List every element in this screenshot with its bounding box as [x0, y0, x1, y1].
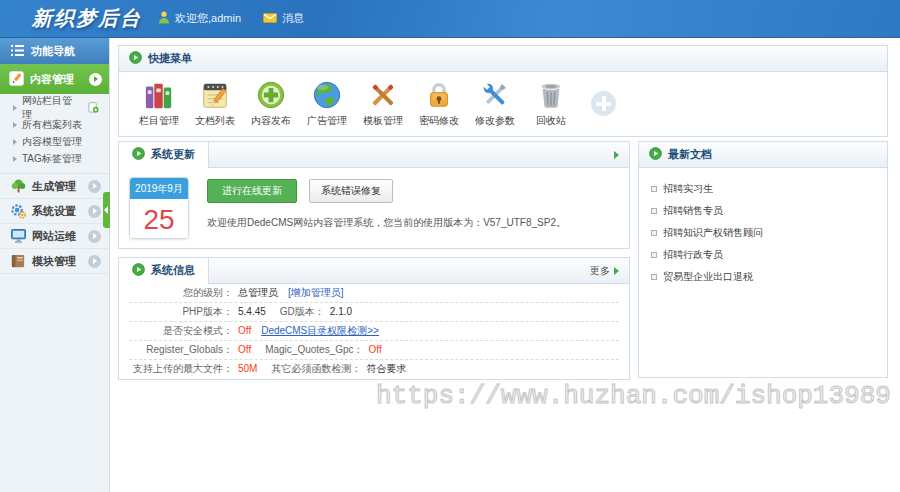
sidebar-item-modules[interactable]: 模块管理 [0, 249, 109, 274]
system-update-panel: 系统更新 2019年9月 25 进行在线更新 系统错误修复 欢迎使用Ded [118, 141, 630, 249]
chevron-right-icon [88, 180, 101, 193]
sidebar-active-label: 内容管理 [30, 72, 74, 87]
permission-check-link[interactable]: DedeCMS目录权限检测>> [261, 322, 379, 340]
quick-item-publish-content[interactable]: 内容发布 [243, 79, 299, 128]
quick-item-edit-parameters[interactable]: 修改参数 [467, 79, 523, 128]
quick-menu-panel: 快捷菜单 栏目管理 文档列表 内容发布 广告管理 模板管理 [118, 45, 888, 137]
plus-circle-icon [256, 79, 286, 110]
sidebar-nav-header: 功能导航 [0, 38, 109, 64]
sidebar-item-content-management[interactable]: 内容管理 [0, 64, 109, 94]
square-bullet-icon [651, 252, 657, 258]
chevron-right-icon [614, 151, 619, 159]
quick-item-change-password[interactable]: 密码修改 [411, 79, 467, 128]
doc-list-item[interactable]: 招聘知识产权销售顾问 [651, 222, 887, 244]
messages-link[interactable]: 消息 [263, 11, 304, 26]
triangle-right-icon [13, 139, 17, 145]
triangle-right-icon [13, 105, 17, 111]
calendar-day: 25 [130, 199, 188, 239]
sidebar-subitem-tag-management[interactable]: TAG标签管理 [0, 150, 109, 167]
quick-menu-header: 快捷菜单 [119, 46, 887, 72]
doc-list-item[interactable]: 招聘实习生 [651, 178, 887, 200]
lock-icon [424, 79, 454, 110]
template-icon [368, 79, 398, 110]
tab-system-update[interactable]: 系统更新 [119, 142, 209, 168]
quick-item-template-management[interactable]: 模板管理 [355, 79, 411, 128]
topbar: 新织梦后台 欢迎您,admin 消息 [0, 0, 900, 38]
tools-icon [480, 79, 510, 110]
quick-menu-title: 快捷菜单 [148, 51, 192, 66]
calendar-widget: 2019年9月 25 [129, 177, 189, 239]
app-logo: 新织梦后台 [32, 5, 142, 32]
book-icon [10, 254, 26, 268]
main-content: 快捷菜单 栏目管理 文档列表 内容发布 广告管理 模板管理 [118, 45, 888, 380]
sidebar-item-generate[interactable]: 生成管理 [0, 174, 109, 199]
square-bullet-icon [651, 208, 657, 214]
triangle-right-icon [13, 122, 17, 128]
monitor-icon [10, 229, 26, 243]
document-list-icon [200, 79, 230, 110]
sidebar-submenu: 网站栏目管理 所有档案列表 内容模型管理 TAG标签管理 [0, 94, 109, 174]
sidebar-subitem-site-columns[interactable]: 网站栏目管理 [0, 99, 109, 116]
add-shortcut-icon[interactable] [591, 91, 616, 116]
doc-list-item[interactable]: 招聘行政专员 [651, 244, 887, 266]
doc-list-item[interactable]: 招聘销售专员 [651, 200, 887, 222]
mail-icon [263, 13, 277, 25]
system-info-header: 系统信息 更多 [119, 258, 629, 284]
online-update-button[interactable]: 进行在线更新 [207, 179, 297, 203]
chevron-right-icon [614, 267, 619, 275]
sidebar: 功能导航 内容管理 网站栏目管理 所有档案列表 内容模型管理 TAG标签管理 生… [0, 38, 110, 492]
tree-icon [10, 178, 26, 194]
play-circle-icon [132, 147, 145, 162]
watermark-text: https://www.huzhan.com/ishop13989 [376, 381, 891, 411]
user-icon [158, 11, 170, 26]
gears-icon [10, 204, 26, 219]
chevron-right-icon [88, 255, 101, 268]
add-admin-link[interactable]: [增加管理员] [288, 284, 344, 302]
latest-docs-title: 最新文档 [668, 147, 712, 162]
sidebar-subitem-content-models[interactable]: 内容模型管理 [0, 133, 109, 150]
add-column-icon[interactable] [88, 102, 99, 113]
info-row-level: 您的级别： 总管理员 [增加管理员] [129, 284, 619, 303]
chevron-right-icon [88, 230, 101, 243]
sidebar-collapse-handle[interactable] [103, 192, 110, 228]
tab-system-info[interactable]: 系统信息 [119, 258, 209, 284]
quick-menu-body: 栏目管理 文档列表 内容发布 广告管理 模板管理 密码修改 [119, 72, 887, 136]
nav-header-label: 功能导航 [31, 44, 75, 59]
quick-item-column-management[interactable]: 栏目管理 [131, 79, 187, 128]
square-bullet-icon [651, 230, 657, 236]
welcome-text: 欢迎您,admin [175, 11, 241, 26]
sidebar-item-site-ops[interactable]: 网站运维 [0, 224, 109, 249]
messages-label: 消息 [282, 11, 304, 26]
info-row-safe-mode: 是否安全模式： Off DedeCMS目录权限检测>> [129, 322, 619, 341]
latest-docs-panel: 最新文档 招聘实习生 招聘销售专员 招聘知识产权销售顾问 招聘行政专员 [638, 141, 888, 378]
panel-expand-arrow[interactable] [614, 151, 629, 159]
globe-icon [312, 79, 342, 110]
system-info-body: 您的级别： 总管理员 [增加管理员] PHP版本： 5.4.45 GD版本： 2… [119, 284, 629, 379]
play-circle-icon [129, 51, 142, 66]
latest-docs-body: 招聘实习生 招聘销售专员 招聘知识产权销售顾问 招聘行政专员 贸易型企业出口退税 [639, 168, 887, 288]
info-row-register-globals: Register_Globals： Off Magic_Quotes_Gpc： … [129, 341, 619, 360]
quick-item-recycle-bin[interactable]: 回收站 [523, 79, 579, 128]
sidebar-subitem-all-documents[interactable]: 所有档案列表 [0, 116, 109, 133]
chevron-right-icon [88, 205, 101, 218]
version-welcome-text: 欢迎使用DedeCMS网站内容管理系统，您当前的使用版本为：V57_UTF8_S… [207, 216, 566, 230]
list-icon [11, 45, 24, 58]
sidebar-item-system-settings[interactable]: 系统设置 [0, 199, 109, 224]
system-update-body: 2019年9月 25 进行在线更新 系统错误修复 欢迎使用DedeCMS网站内容… [119, 168, 629, 248]
quick-item-document-list[interactable]: 文档列表 [187, 79, 243, 128]
calendar-month: 2019年9月 [130, 178, 188, 199]
square-bullet-icon [651, 274, 657, 280]
system-info-panel: 系统信息 更多 您的级别： 总管理员 [增加管理员] PHP版本： [118, 257, 630, 380]
play-circle-icon [132, 263, 145, 278]
trash-icon [536, 79, 566, 110]
info-row-upload-limit: 支持上传的最大文件： 50M 其它必须函数检测： 符合要求 [129, 360, 619, 379]
error-repair-button[interactable]: 系统错误修复 [309, 179, 393, 203]
square-bullet-icon [651, 186, 657, 192]
more-link[interactable]: 更多 [590, 264, 629, 278]
quick-item-ad-management[interactable]: 广告管理 [299, 79, 355, 128]
latest-docs-header: 最新文档 [639, 142, 887, 168]
play-circle-icon [649, 147, 662, 162]
doc-list-item[interactable]: 贸易型企业出口退税 [651, 266, 887, 288]
info-row-php: PHP版本： 5.4.45 GD版本： 2.1.0 [129, 303, 619, 322]
chevron-right-icon [89, 73, 102, 86]
